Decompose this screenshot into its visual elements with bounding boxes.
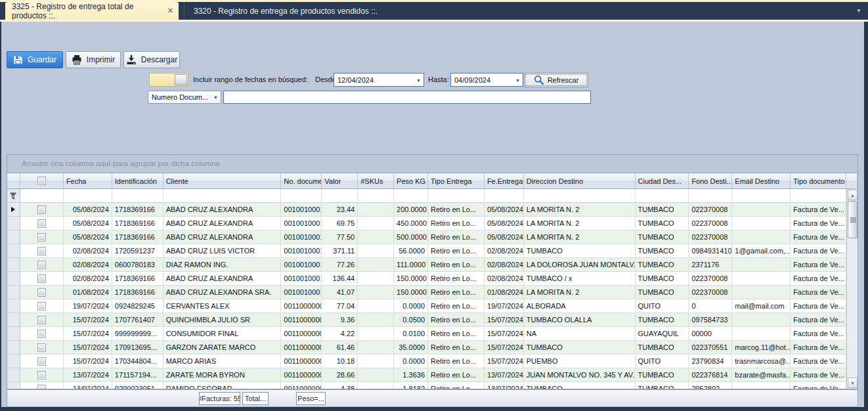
- column-header-direccion-destino[interactable]: Direccion Destino: [524, 173, 636, 189]
- row-checkbox[interactable]: [37, 261, 46, 269]
- table-row[interactable]: 02/08/20241718369166ABAD CRUZ ALEXANDRA0…: [7, 272, 846, 286]
- column-header-tipo-entrega[interactable]: Tipo Entrega: [428, 173, 485, 189]
- select-column-header[interactable]: [20, 173, 64, 189]
- row-checkbox[interactable]: [37, 357, 46, 366]
- filter-cell[interactable]: [394, 189, 428, 203]
- filter-cell[interactable]: [281, 189, 322, 203]
- column-header-peso-kg[interactable]: Peso KG: [394, 173, 428, 189]
- tab-3320[interactable]: 3320 - Registro de entrega de productos …: [184, 2, 387, 20]
- table-row[interactable]: 15/07/2024170344804...MARCO ARIAS0011000…: [7, 355, 846, 368]
- row-checkbox[interactable]: [37, 343, 46, 352]
- column-header-skus[interactable]: #SKUs: [358, 173, 394, 189]
- filter-cell[interactable]: [20, 189, 64, 203]
- table-row[interactable]: 01/08/20241718369166ABAD CRUZ ALEXANDRA …: [7, 286, 846, 299]
- floppy-icon: [13, 55, 23, 65]
- column-header-identificaci-n[interactable]: Identificación: [112, 173, 163, 189]
- filter-cell[interactable]: [524, 189, 636, 203]
- row-indicator: [7, 272, 20, 286]
- cell-fecha: 05/08/2024: [64, 230, 112, 244]
- row-checkbox[interactable]: [37, 247, 46, 255]
- filter-cell[interactable]: [689, 189, 732, 203]
- scroll-up-icon[interactable]: ▲: [848, 190, 857, 200]
- table-row[interactable]: 15/07/2024170913695...GARZON ZARATE MARC…: [7, 341, 846, 355]
- filter-cell[interactable]: [322, 189, 358, 203]
- chevron-down-icon[interactable]: ▼: [416, 77, 421, 82]
- column-header-email-destino[interactable]: Email Destino: [732, 173, 791, 189]
- header-scrollbar-filler: [846, 173, 857, 189]
- column-header-ciudad-des[interactable]: Ciudad Des...: [636, 173, 689, 189]
- date-range-toggle[interactable]: [149, 73, 188, 87]
- table-row[interactable]: 13/07/2024171157194...ZARATE MORA BYRON0…: [7, 368, 846, 382]
- print-button[interactable]: Imprimir: [66, 51, 121, 68]
- row-checkbox[interactable]: [37, 316, 46, 324]
- filter-cell[interactable]: [791, 189, 846, 203]
- filter-cell[interactable]: [485, 189, 524, 203]
- cell-direccion-destino: ALBORADA: [524, 299, 636, 313]
- table-row[interactable]: 15/07/20241707761407QUINCHIMBLA JULIO SR…: [7, 313, 846, 327]
- column-header-fe-entrega[interactable]: Fe.Entrega: [485, 173, 524, 189]
- row-checkbox[interactable]: [37, 219, 46, 228]
- cell-identificaci-n: 1718369166: [112, 230, 163, 244]
- tab-label: 3325 - Registro de entrega total de prod…: [12, 2, 161, 20]
- select-all-checkbox[interactable]: [37, 177, 46, 185]
- download-button[interactable]: Descargar: [123, 51, 180, 68]
- cell-direccion-destino: TUMBACO: [524, 244, 636, 258]
- column-header-valor[interactable]: Valor: [322, 173, 358, 189]
- search-field-selector[interactable]: Numero Docum... ▼: [148, 91, 221, 104]
- cell-skus: [358, 299, 394, 313]
- filter-cell[interactable]: [358, 189, 394, 203]
- cell-fe-entrega: 05/08/2024: [485, 203, 524, 217]
- table-row[interactable]: 15/07/2024999999999...CONSUMIDOR FINAL00…: [7, 327, 846, 341]
- cell-valor: 371.11: [322, 244, 358, 258]
- save-button[interactable]: Guardar: [7, 51, 63, 68]
- toggle-handle[interactable]: [175, 74, 187, 85]
- row-checkbox[interactable]: [37, 371, 46, 379]
- filter-cell[interactable]: [64, 189, 112, 203]
- group-by-panel[interactable]: Arrastre una columna aquí para agrupar p…: [7, 155, 857, 173]
- column-header-fono-desti[interactable]: Fono Desti...: [689, 173, 732, 189]
- chevron-down-icon[interactable]: ▼: [515, 77, 520, 82]
- cell-tipo-entrega: Retiro en Lo...: [428, 258, 485, 272]
- cell-tipo-documento: Factura de Ve...: [791, 299, 846, 313]
- scroll-down-icon[interactable]: ▼: [848, 378, 857, 388]
- printer-icon: [72, 54, 82, 65]
- cell-fono-desti: 022370008: [689, 286, 732, 299]
- to-date-picker[interactable]: 04/09/2024 ▼: [450, 73, 523, 87]
- from-date-picker[interactable]: 12/04/2024 ▼: [334, 73, 424, 87]
- cell-direccion-destino: JUAN MONTALVO NO. 345 Y AV...: [524, 368, 636, 382]
- filter-cell[interactable]: [636, 189, 689, 203]
- tab-3325[interactable]: 3325 - Registro de entrega total de prod…: [5, 2, 179, 20]
- vertical-scrollbar[interactable]: ▲ ▼: [846, 189, 857, 389]
- table-row[interactable]: 05/08/20241718369166ABAD CRUZ ALEXANDRA0…: [7, 203, 846, 217]
- row-checkbox[interactable]: [37, 302, 46, 311]
- column-header-fecha[interactable]: Fecha: [64, 173, 112, 189]
- table-row[interactable]: 05/08/20241718369166ABAD CRUZ ALEXANDRA0…: [7, 230, 846, 244]
- row-checkbox[interactable]: [37, 233, 46, 242]
- chevron-down-icon[interactable]: ▼: [856, 8, 861, 14]
- row-checkbox[interactable]: [37, 206, 46, 214]
- table-row[interactable]: 02/08/20241720591237ABAD CRUZ LUIS VICTO…: [7, 244, 846, 258]
- table-row[interactable]: 13/07/20240200023051RAMIRO ESCOBAR001100…: [7, 382, 846, 389]
- row-checkbox[interactable]: [37, 330, 46, 338]
- column-header-cliente[interactable]: Cliente: [163, 173, 282, 189]
- table-row[interactable]: 02/08/20240600780183DIAZ RAMON ING.00100…: [7, 258, 846, 272]
- scrollbar-thumb[interactable]: [848, 201, 857, 238]
- filter-cell[interactable]: [732, 189, 791, 203]
- table-row[interactable]: 05/08/20241718369166ABAD CRUZ ALEXANDRA0…: [7, 217, 846, 230]
- row-checkbox[interactable]: [37, 288, 46, 297]
- close-icon[interactable]: ✕: [167, 7, 173, 15]
- row-checkbox[interactable]: [37, 385, 46, 389]
- filter-cell[interactable]: [428, 189, 485, 203]
- column-header-tipo-documento[interactable]: Tipo documento: [791, 173, 846, 189]
- cell-direccion-destino: TUMBACO: [524, 382, 636, 389]
- row-checkbox[interactable]: [37, 274, 46, 283]
- cell-peso-kg: 0.0000: [394, 355, 428, 368]
- filter-cell[interactable]: [112, 189, 163, 203]
- search-input[interactable]: [223, 91, 591, 104]
- column-header-no-documento[interactable]: No. documento: [281, 173, 322, 189]
- cell-fe-entrega: 02/08/2024: [485, 258, 524, 272]
- table-row[interactable]: 19/07/20240924829245CERVANTES ALEX001100…: [7, 299, 846, 313]
- chevron-down-icon[interactable]: ▼: [213, 95, 218, 100]
- filter-cell[interactable]: [163, 189, 282, 203]
- refresh-button[interactable]: Refrescar: [524, 73, 588, 87]
